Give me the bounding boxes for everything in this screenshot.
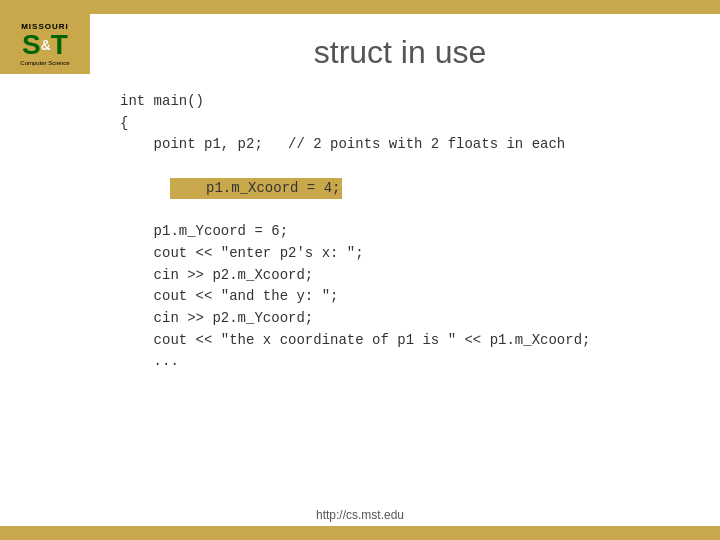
logo-ampersand: &: [41, 37, 51, 53]
code-line-8: cout << "and the y: ";: [120, 286, 690, 308]
code-line-4: p1.m_Xcoord = 4;: [120, 156, 690, 221]
top-gold-bar: [0, 0, 720, 14]
code-line-6: cout << "enter p2's x: ";: [120, 243, 690, 265]
code-line-2: {: [120, 113, 690, 135]
logo-subtitle: Computer Science: [20, 60, 69, 66]
code-line-10: cout << "the x coordinate of p1 is " << …: [120, 330, 690, 352]
code-block: int main() { point p1, p2; // 2 points w…: [110, 91, 690, 373]
slide-content: struct in use int main() { point p1, p2;…: [90, 14, 720, 526]
logo-box: MISSOURI S & T Computer Science: [20, 22, 69, 66]
logo-s: S: [22, 31, 41, 59]
code-line-3: point p1, p2; // 2 points with 2 floats …: [120, 134, 690, 156]
logo-t: T: [51, 31, 68, 59]
bottom-gold-bar: [0, 526, 720, 540]
logo-st: S & T: [22, 31, 68, 59]
slide-title: struct in use: [110, 34, 690, 71]
code-line-7: cin >> p2.m_Xcoord;: [120, 265, 690, 287]
footer-url: http://cs.mst.edu: [0, 508, 720, 522]
code-highlighted: p1.m_Xcoord = 4;: [170, 178, 342, 200]
code-line-11: ...: [120, 351, 690, 373]
logo-area: MISSOURI S & T Computer Science: [0, 14, 90, 74]
code-line-1: int main(): [120, 91, 690, 113]
code-line-9: cin >> p2.m_Ycoord;: [120, 308, 690, 330]
code-line-5: p1.m_Ycoord = 6;: [120, 221, 690, 243]
